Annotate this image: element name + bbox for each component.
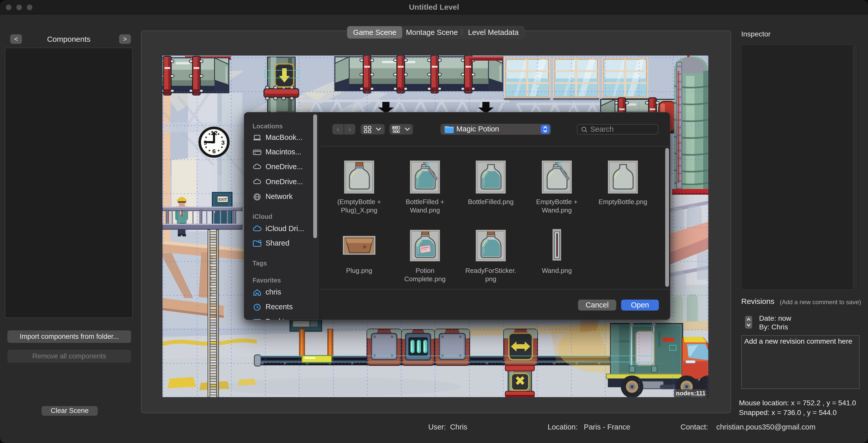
svg-text:3: 3 <box>221 140 225 146</box>
svg-text:EXIT: EXIT <box>218 197 227 202</box>
svg-text:nodes:111: nodes:111 <box>676 390 706 397</box>
svg-text:6: 6 <box>212 148 216 155</box>
svg-text:9: 9 <box>204 140 207 146</box>
